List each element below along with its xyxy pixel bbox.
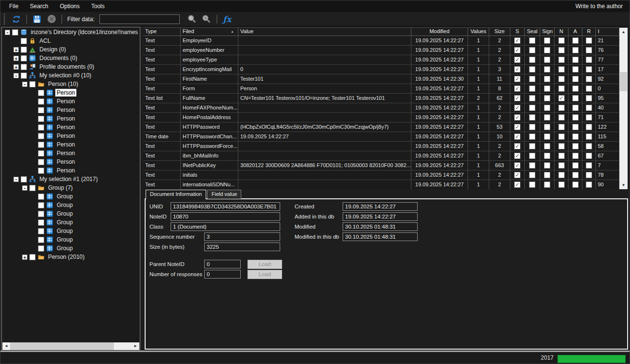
checkbox-seal[interactable] bbox=[529, 133, 535, 140]
tree-item[interactable]: -My selection #0 (10) bbox=[2, 71, 140, 80]
tree-item[interactable]: Group bbox=[2, 235, 140, 244]
tree-item-label[interactable]: Design (0) bbox=[38, 46, 67, 53]
checkbox-sign[interactable] bbox=[544, 172, 550, 178]
cancel-button[interactable] bbox=[46, 13, 57, 25]
expand-icon[interactable]: + bbox=[13, 64, 19, 70]
checkbox-s-checked[interactable]: ✓ bbox=[514, 133, 520, 140]
table-row[interactable]: TextHTTPPasswordForce...19.09.2025 14:22… bbox=[143, 142, 619, 151]
table-row[interactable]: TextFirstNameTester10119.09.2025 14:22:3… bbox=[143, 74, 619, 84]
tree-checkbox[interactable] bbox=[29, 254, 36, 260]
number-of-responses-load-button[interactable]: Load bbox=[247, 270, 282, 279]
number-of-responses-field[interactable] bbox=[204, 270, 241, 279]
tree-checkbox[interactable] bbox=[38, 168, 44, 174]
tree-item-label[interactable]: ACL bbox=[38, 37, 52, 45]
collapse-icon[interactable]: - bbox=[13, 177, 19, 182]
tree-checkbox[interactable] bbox=[21, 64, 27, 70]
size-in-bytes-field[interactable] bbox=[204, 243, 280, 251]
tree-checkbox[interactable] bbox=[38, 124, 44, 131]
checkbox-sign[interactable] bbox=[544, 37, 550, 44]
search-button[interactable] bbox=[186, 13, 198, 25]
column-header-seal[interactable]: Seal bbox=[525, 28, 540, 36]
checkbox-a[interactable] bbox=[572, 66, 579, 73]
checkbox-r[interactable] bbox=[586, 133, 592, 140]
tree-checkbox[interactable] bbox=[21, 47, 27, 53]
tree-item[interactable]: Person bbox=[2, 88, 140, 97]
tree-item[interactable]: Group bbox=[2, 227, 140, 235]
tree-item[interactable]: Group bbox=[2, 244, 140, 253]
checkbox-s-checked[interactable]: ✓ bbox=[514, 114, 520, 121]
checkbox-s-checked[interactable]: ✓ bbox=[514, 95, 520, 101]
checkbox-a[interactable] bbox=[572, 105, 579, 111]
checkbox-r[interactable] bbox=[586, 37, 592, 44]
checkbox-sign[interactable] bbox=[544, 47, 550, 53]
table-row[interactable]: TextINetPublicKey30820122 300D0609 2A864… bbox=[143, 161, 619, 170]
tree-checkbox[interactable] bbox=[38, 98, 44, 105]
tree-item-label[interactable]: Person bbox=[55, 97, 76, 105]
checkbox-sign[interactable] bbox=[544, 114, 550, 121]
expand-icon[interactable]: + bbox=[13, 47, 19, 52]
tree-item-label[interactable]: My selection #0 (10) bbox=[38, 72, 93, 79]
tree-item-label[interactable]: Person bbox=[55, 149, 76, 157]
tree-checkbox[interactable] bbox=[29, 185, 36, 191]
tree-item[interactable]: +Design (0) bbox=[2, 45, 140, 54]
tree-checkbox[interactable] bbox=[38, 194, 44, 200]
tree-item-label[interactable]: Group bbox=[55, 193, 74, 200]
checkbox-n[interactable] bbox=[558, 114, 565, 121]
tree-item[interactable]: +Profile documents (0) bbox=[2, 62, 140, 71]
tree-checkbox[interactable] bbox=[38, 159, 44, 165]
checkbox-s-checked[interactable]: ✓ bbox=[514, 47, 520, 53]
tree-item-label[interactable]: Person bbox=[55, 167, 76, 174]
menu-options[interactable]: Options bbox=[54, 1, 85, 12]
checkbox-n[interactable] bbox=[558, 66, 565, 73]
checkbox-a[interactable] bbox=[572, 133, 579, 140]
tree-item[interactable]: ACL bbox=[2, 36, 140, 45]
checkbox-n[interactable] bbox=[558, 57, 565, 63]
table-row[interactable]: TextemployeeNumber19.09.2025 14:22:2712✓… bbox=[143, 46, 619, 55]
collapse-icon[interactable]: - bbox=[22, 185, 27, 191]
checkbox-s-checked[interactable]: ✓ bbox=[514, 172, 520, 178]
checkbox-seal[interactable] bbox=[529, 95, 535, 101]
checkbox-r[interactable] bbox=[586, 172, 592, 178]
tab-document-information[interactable]: Document Information bbox=[146, 190, 206, 199]
checkbox-seal[interactable] bbox=[529, 85, 535, 92]
search-clear-button[interactable] bbox=[201, 13, 212, 25]
tree-item[interactable]: Person bbox=[2, 140, 140, 149]
checkbox-r[interactable] bbox=[586, 143, 592, 149]
scroll-right-icon[interactable]: ► bbox=[132, 342, 139, 350]
checkbox-sign[interactable] bbox=[544, 85, 550, 92]
checkbox-s-checked[interactable]: ✓ bbox=[514, 85, 520, 92]
checkbox-s-checked[interactable]: ✓ bbox=[514, 143, 520, 149]
checkbox-sign[interactable] bbox=[544, 143, 550, 149]
modified-field[interactable] bbox=[343, 222, 418, 231]
tree-item-label[interactable]: Person bbox=[55, 123, 76, 131]
column-header-r[interactable]: R bbox=[582, 28, 596, 36]
tree-item-label[interactable]: Group bbox=[55, 236, 74, 243]
tree-item-label[interactable]: Group (7) bbox=[47, 184, 74, 192]
checkbox-seal[interactable] bbox=[529, 162, 535, 169]
tree-checkbox[interactable] bbox=[38, 219, 44, 226]
checkbox-seal[interactable] bbox=[529, 172, 535, 178]
checkbox-a[interactable] bbox=[572, 153, 579, 159]
tree-item[interactable]: +Documents (0) bbox=[2, 54, 140, 62]
checkbox-seal[interactable] bbox=[529, 114, 535, 121]
checkbox-sign[interactable] bbox=[544, 153, 550, 159]
tree-item-label[interactable]: inzone's Directory (ldcore1/inzone!!name… bbox=[29, 28, 139, 36]
column-header-s[interactable]: S bbox=[510, 28, 525, 36]
checkbox-sign[interactable] bbox=[544, 124, 550, 130]
tree-item-label[interactable]: Documents (0) bbox=[38, 54, 79, 62]
checkbox-n[interactable] bbox=[558, 133, 565, 140]
checkbox-a[interactable] bbox=[572, 172, 579, 178]
checkbox-sign[interactable] bbox=[544, 162, 550, 169]
checkbox-seal[interactable] bbox=[529, 47, 535, 53]
column-header-sign[interactable]: Sign bbox=[540, 28, 555, 36]
checkbox-r[interactable] bbox=[586, 85, 592, 92]
menu-tools[interactable]: Tools bbox=[86, 1, 111, 12]
checkbox-a[interactable] bbox=[572, 47, 579, 53]
checkbox-n[interactable] bbox=[558, 162, 565, 169]
checkbox-a[interactable] bbox=[572, 114, 579, 121]
checkbox-seal[interactable] bbox=[529, 37, 535, 44]
column-header-value[interactable]: Value bbox=[238, 28, 411, 36]
tree-checkbox[interactable] bbox=[38, 116, 44, 122]
tree-item-label[interactable]: Person (2010) bbox=[47, 253, 86, 261]
table-row[interactable]: TextHomePostalAddress19.09.2025 14:22:27… bbox=[143, 113, 619, 122]
